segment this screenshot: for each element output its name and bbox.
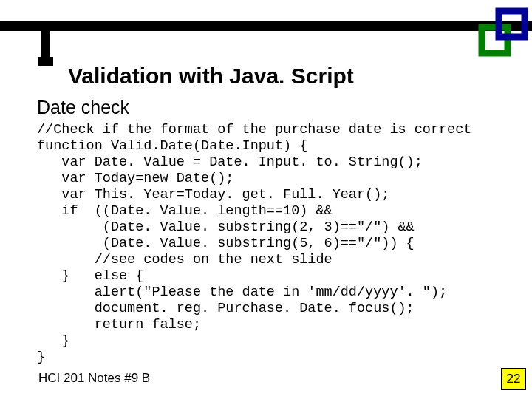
slide-number: 22 xyxy=(501,368,526,390)
slide-decoration xyxy=(0,0,532,66)
footer-left: HCI 201 Notes #9 B xyxy=(38,371,150,386)
slide-subtitle: Date check xyxy=(37,97,129,118)
code-block: //Check if the format of the purchase da… xyxy=(37,122,471,366)
svg-rect-0 xyxy=(0,21,532,31)
svg-rect-4 xyxy=(38,57,53,66)
slide-title: Validation with Java. Script xyxy=(68,64,354,89)
